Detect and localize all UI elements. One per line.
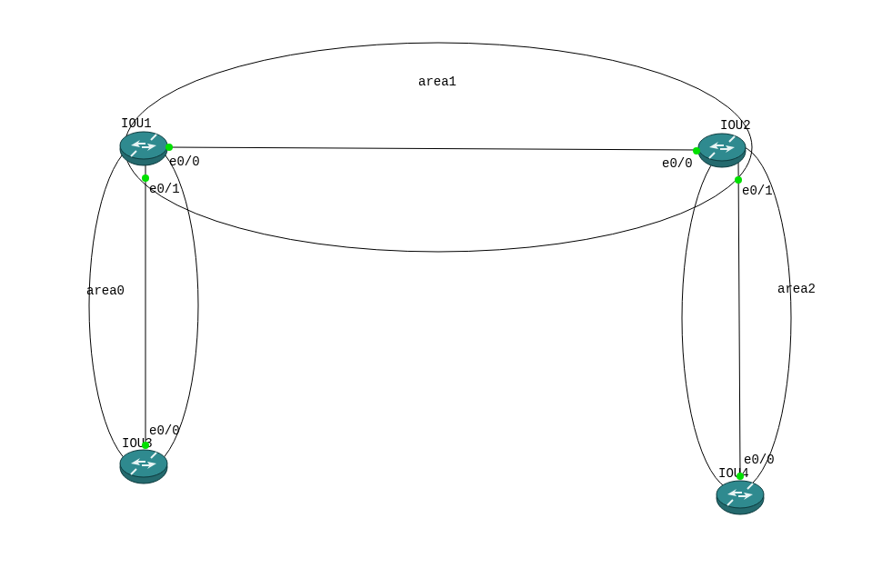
svg-point-2 bbox=[682, 145, 791, 491]
svg-point-13 bbox=[717, 481, 764, 508]
router-iou4[interactable] bbox=[715, 480, 766, 516]
device-label-iou1: IOU1 bbox=[121, 116, 152, 131]
port-label-iou1-e01: e0/1 bbox=[149, 182, 180, 196]
port-dot-iou2-e00 bbox=[693, 147, 700, 154]
port-dot-iou1-e01 bbox=[142, 174, 149, 182]
svg-point-9 bbox=[698, 134, 746, 161]
router-iou2[interactable] bbox=[697, 133, 747, 169]
svg-point-7 bbox=[120, 132, 167, 159]
port-dot-iou2-e01 bbox=[735, 176, 742, 184]
port-dot-iou4-e00 bbox=[737, 473, 744, 480]
svg-point-1 bbox=[89, 142, 198, 469]
port-dot-iou1-e00 bbox=[165, 144, 173, 151]
port-dot-iou3-e00 bbox=[142, 442, 149, 449]
router-iou1[interactable] bbox=[118, 131, 169, 167]
port-label-iou1-e00: e0/0 bbox=[169, 154, 200, 169]
area-label-area1: area1 bbox=[418, 75, 456, 89]
port-label-iou2-e01: e0/1 bbox=[742, 184, 773, 198]
device-label-iou4: IOU4 bbox=[718, 466, 749, 481]
port-label-iou3-e00: e0/0 bbox=[149, 424, 180, 438]
router-icon bbox=[118, 449, 169, 485]
router-icon bbox=[697, 133, 747, 169]
area-label-area0: area0 bbox=[86, 284, 125, 298]
area-label-area2: area2 bbox=[777, 282, 816, 296]
router-icon bbox=[715, 480, 766, 516]
router-iou3[interactable] bbox=[118, 449, 169, 485]
svg-point-11 bbox=[120, 450, 167, 477]
port-label-iou2-e00: e0/0 bbox=[662, 156, 693, 171]
svg-line-3 bbox=[167, 147, 697, 150]
svg-line-5 bbox=[738, 160, 740, 473]
port-label-iou4-e00: e0/0 bbox=[744, 453, 775, 467]
router-icon bbox=[118, 131, 169, 167]
device-label-iou2: IOU2 bbox=[720, 118, 751, 133]
